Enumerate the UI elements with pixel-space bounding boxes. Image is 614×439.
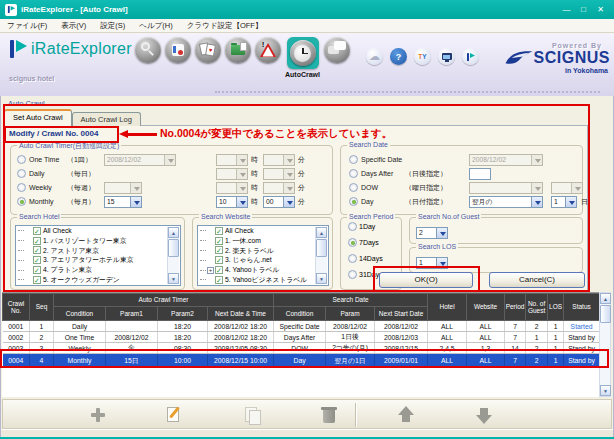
checkbox-checked-icon[interactable]: ✓: [215, 256, 223, 264]
specific-date-radio[interactable]: [349, 155, 358, 164]
search-guest-group: Search No.of Guest 2: [409, 217, 583, 244]
checkbox-checked-icon[interactable]: ✓: [33, 256, 41, 264]
dow-week-select[interactable]: [469, 182, 543, 194]
website-tree-item[interactable]: + ✓ 5. Yahooビジネストラベル: [198, 275, 328, 285]
period-option[interactable]: 14Days: [341, 250, 401, 266]
website-tree-item[interactable]: + ✓ All Check: [198, 226, 328, 236]
one-time-hour-select[interactable]: [216, 154, 248, 166]
move-down-button[interactable]: [473, 404, 495, 426]
day-month-select[interactable]: 翌月の: [469, 196, 543, 208]
checkbox-checked-icon[interactable]: ✓: [215, 246, 223, 254]
table-row[interactable]: 0004 4 Monthly 15日 10:00 2008/12/15 10:0…: [3, 354, 600, 368]
weekly-radio[interactable]: [17, 183, 26, 192]
rate-report-icon[interactable]: [165, 37, 191, 63]
ok-button[interactable]: OK(O): [379, 272, 473, 288]
warning-icon[interactable]: !: [255, 37, 281, 63]
hotel-tree-item[interactable]: + ✓ 4. プラトン東京: [16, 265, 180, 275]
menu-item[interactable]: ヘルプ(H): [132, 21, 179, 31]
daily-hour-select[interactable]: [216, 168, 248, 180]
edit-button[interactable]: [163, 404, 185, 426]
days-after-input[interactable]: [469, 168, 491, 180]
cards-icon[interactable]: ♥: [195, 37, 221, 63]
hotel-tree-item[interactable]: + ✓ All Check: [16, 226, 180, 236]
table-row[interactable]: 0001 1 Daily 18:20 2008/12/02 18:20 Spec…: [3, 321, 600, 332]
weekly-hour-select[interactable]: [216, 182, 248, 194]
menu-item[interactable]: クラウド設定【OFF】: [180, 21, 270, 31]
folder-icon[interactable]: [225, 37, 251, 63]
specific-date-select[interactable]: 2008/12/02: [469, 154, 543, 166]
expander-icon[interactable]: +: [207, 267, 214, 274]
checkbox-checked-icon[interactable]: ✓: [33, 227, 41, 235]
website-scrollbar[interactable]: ▲▼: [315, 227, 327, 284]
table-row[interactable]: 0003 3 Weekly 金 08:30 2008/12/05 08:30 D…: [3, 343, 600, 354]
hotel-tree-item[interactable]: + ✓ 2. アストリア東京: [16, 246, 180, 256]
hotel-tree-item[interactable]: + ✓ 3. アエリアタワーホテル東京: [16, 255, 180, 265]
guest-select[interactable]: 2: [416, 227, 448, 239]
tab-auto-crawl-log[interactable]: Auto Crawl Log: [72, 112, 141, 126]
days-after-radio[interactable]: [349, 169, 358, 178]
help-icon[interactable]: ?: [390, 48, 407, 65]
day-number-select[interactable]: 1: [551, 196, 577, 208]
table-scrollbar[interactable]: ▲▼: [599, 292, 611, 397]
website-tree-item[interactable]: + ✓ 1. 一休.com: [198, 236, 328, 246]
monthly-radio[interactable]: [17, 197, 26, 206]
annotation-text: No.0004が変更中であることを表示しています。: [160, 127, 392, 141]
irate-mini-icon[interactable]: [462, 48, 479, 65]
autocrawl-tool[interactable]: AutoCrawl: [285, 37, 320, 78]
chat-icon[interactable]: [324, 37, 350, 63]
minimize-button[interactable]: —: [558, 3, 575, 16]
weekly-day-select[interactable]: [104, 182, 142, 194]
hotel-tree-item[interactable]: + ✓ 5. オークウッズガーデン: [16, 275, 180, 285]
website-tree-item[interactable]: + ✓ 2. 楽天トラベル: [198, 246, 328, 256]
checkbox-checked-icon[interactable]: ✓: [215, 227, 223, 235]
dow-radio[interactable]: [349, 183, 358, 192]
menu-item[interactable]: 表示(V): [54, 21, 93, 31]
maximize-button[interactable]: □: [575, 3, 592, 16]
checkbox-checked-icon[interactable]: ✓: [33, 237, 41, 245]
close-button[interactable]: ✕: [592, 3, 609, 16]
checkbox-checked-icon[interactable]: ✓: [215, 237, 223, 245]
day-radio[interactable]: [349, 197, 358, 206]
hotel-scrollbar[interactable]: ▲▼: [167, 227, 179, 284]
cloud-icon[interactable]: ☁: [366, 48, 383, 65]
one-time-label: One Time: [29, 154, 59, 166]
search-icon[interactable]: [135, 37, 161, 63]
monitor-icon[interactable]: [438, 48, 455, 65]
period-option[interactable]: 1Day: [341, 218, 401, 234]
hotel-tree-item[interactable]: + ✓ 1. パスリゾートタワー東京: [16, 236, 180, 246]
one-time-radio[interactable]: [17, 155, 26, 164]
move-up-button[interactable]: [395, 404, 417, 426]
one-time-date-select[interactable]: 2008/12/02: [104, 154, 176, 166]
period-option[interactable]: 7Days: [341, 234, 401, 250]
weekly-minute-select[interactable]: [263, 182, 295, 194]
cancel-button[interactable]: Cancel(C): [489, 272, 585, 288]
menu-item[interactable]: ファイル(F): [0, 21, 54, 31]
checkbox-checked-icon[interactable]: ✓: [215, 266, 223, 274]
copy-button[interactable]: [241, 404, 263, 426]
checkbox-checked-icon[interactable]: ✓: [33, 266, 41, 274]
daily-radio[interactable]: [17, 169, 26, 178]
dow-day-select[interactable]: [551, 182, 583, 194]
one-time-minute-select[interactable]: [263, 154, 295, 166]
monthly-hour-select[interactable]: 10: [216, 196, 248, 208]
period-radio[interactable]: [348, 270, 357, 279]
checkbox-checked-icon[interactable]: ✓: [215, 276, 223, 284]
checkbox-checked-icon[interactable]: ✓: [33, 246, 41, 254]
add-button[interactable]: [87, 404, 109, 426]
website-tree-item[interactable]: + ✓ 3. じゃらん.net: [198, 255, 328, 265]
ty-logo-icon[interactable]: TY: [414, 48, 431, 65]
autocrawl-clock-icon[interactable]: [290, 40, 316, 66]
menu-item[interactable]: 設定(S): [93, 21, 132, 31]
website-tree-item[interactable]: + ✓ 4. Yahooトラベル: [198, 265, 328, 275]
period-radio[interactable]: [348, 254, 357, 263]
period-radio[interactable]: [348, 222, 357, 231]
daily-minute-select[interactable]: [263, 168, 295, 180]
checkbox-checked-icon[interactable]: ✓: [33, 276, 41, 284]
table-row[interactable]: 0002 2 One Time 2008/12/02 18:20 2008/12…: [3, 332, 600, 343]
los-select[interactable]: 1: [416, 257, 448, 269]
monthly-day-select[interactable]: 15: [104, 196, 142, 208]
monthly-minute-select[interactable]: 00: [263, 196, 295, 208]
period-radio[interactable]: [348, 238, 357, 247]
tab-set-auto-crawl[interactable]: Set Auto Crawl: [4, 109, 72, 126]
delete-button[interactable]: [318, 404, 340, 426]
